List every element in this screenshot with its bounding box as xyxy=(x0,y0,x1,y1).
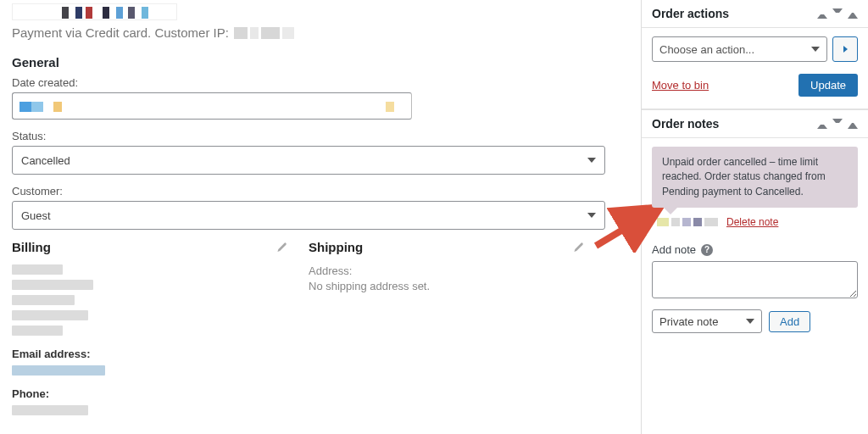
order-notes-title: Order notes xyxy=(652,117,719,131)
main-content: Payment via Credit card. Customer IP: Ge… xyxy=(0,0,641,434)
note-type-select[interactable]: Private note xyxy=(652,309,762,333)
chevron-down-icon xyxy=(811,47,820,52)
payment-text: Payment via Credit card. Customer IP: xyxy=(12,25,229,40)
order-action-placeholder: Choose an action... xyxy=(659,43,754,56)
add-note-button[interactable]: Add xyxy=(769,311,810,332)
general-heading: General xyxy=(12,55,631,70)
chevron-down-icon[interactable] xyxy=(832,8,843,19)
chevron-down-icon xyxy=(587,158,596,163)
pencil-icon[interactable] xyxy=(276,242,288,253)
customer-value: Guest xyxy=(21,209,51,222)
customer-select[interactable]: Guest xyxy=(12,201,605,230)
phone-label: Phone: xyxy=(12,387,309,400)
redacted-note-date xyxy=(657,218,718,226)
status-label: Status: xyxy=(12,130,631,142)
chevron-up-icon[interactable] xyxy=(817,119,827,129)
pencil-icon[interactable] xyxy=(573,242,585,253)
triangle-up-icon[interactable] xyxy=(848,119,858,129)
billing-column: Billing Email address: Phone: xyxy=(12,240,309,420)
sidebar: Order actions Choose an action... Move t… xyxy=(641,0,868,434)
note-type-value: Private note xyxy=(659,315,718,328)
help-icon[interactable]: ? xyxy=(701,244,713,256)
status-value: Cancelled xyxy=(21,154,70,167)
email-label: Email address: xyxy=(12,348,309,360)
order-note-bubble: Unpaid order cancelled – time limit reac… xyxy=(652,147,858,208)
add-note-label: Add note xyxy=(652,243,696,256)
order-notes-header: Order notes xyxy=(642,109,868,138)
order-actions-header: Order actions xyxy=(642,0,868,28)
order-note-text: Unpaid order cancelled – time limit reac… xyxy=(662,156,826,198)
shipping-heading: Shipping xyxy=(309,240,605,254)
chevron-right-icon xyxy=(843,46,848,53)
address-text: No shipping address set. xyxy=(309,280,605,292)
order-notes-body: Unpaid order cancelled – time limit reac… xyxy=(642,138,868,345)
delete-note-link[interactable]: Delete note xyxy=(726,216,778,228)
move-to-bin-link[interactable]: Move to bin xyxy=(652,79,709,92)
billing-heading: Billing xyxy=(12,240,309,254)
chevron-down-icon[interactable] xyxy=(832,119,843,129)
triangle-up-icon[interactable] xyxy=(848,8,858,19)
redacted-order-header xyxy=(12,3,177,20)
customer-label: Customer: xyxy=(12,185,631,198)
date-created-label: Date created: xyxy=(12,76,631,89)
redacted-ip xyxy=(234,27,294,39)
chevron-up-icon[interactable] xyxy=(817,8,827,19)
add-note-textarea[interactable] xyxy=(652,261,858,298)
apply-action-button[interactable] xyxy=(832,36,858,62)
date-created-input[interactable] xyxy=(12,92,412,120)
order-actions-body: Choose an action... Move to bin Update xyxy=(642,28,868,109)
address-label: Address: xyxy=(309,264,605,277)
order-actions-title: Order actions xyxy=(652,7,729,20)
chevron-down-icon xyxy=(746,319,754,324)
shipping-column: Shipping Address: No shipping address se… xyxy=(309,240,605,420)
update-button[interactable]: Update xyxy=(798,74,858,97)
chevron-down-icon xyxy=(587,213,596,218)
status-select[interactable]: Cancelled xyxy=(12,146,605,175)
payment-method-line: Payment via Credit card. Customer IP: xyxy=(12,25,631,40)
order-action-select[interactable]: Choose an action... xyxy=(652,36,827,62)
order-note-meta: Delete note xyxy=(657,216,858,228)
